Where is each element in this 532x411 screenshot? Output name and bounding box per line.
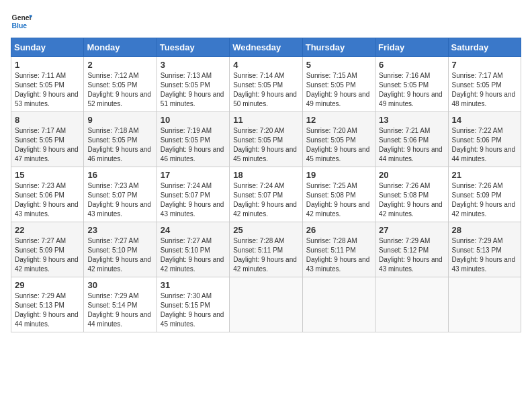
calendar-cell: 10Sunrise: 7:19 AM Sunset: 5:05 PM Dayli…	[157, 112, 229, 167]
day-info: Sunrise: 7:27 AM Sunset: 5:09 PM Dayligh…	[15, 236, 80, 274]
page-header: General Blue	[11, 11, 521, 32]
day-number: 14	[452, 115, 517, 125]
day-info: Sunrise: 7:29 AM Sunset: 5:12 PM Dayligh…	[379, 236, 444, 274]
calendar-cell: 19Sunrise: 7:25 AM Sunset: 5:08 PM Dayli…	[302, 167, 375, 222]
day-info: Sunrise: 7:28 AM Sunset: 5:11 PM Dayligh…	[306, 236, 371, 274]
day-info: Sunrise: 7:11 AM Sunset: 5:05 PM Dayligh…	[15, 71, 80, 109]
calendar-week-row: 29Sunrise: 7:29 AM Sunset: 5:13 PM Dayli…	[11, 277, 521, 332]
calendar-cell: 7Sunrise: 7:17 AM Sunset: 5:05 PM Daylig…	[448, 57, 521, 112]
day-info: Sunrise: 7:24 AM Sunset: 5:07 PM Dayligh…	[233, 181, 298, 219]
day-info: Sunrise: 7:24 AM Sunset: 5:07 PM Dayligh…	[161, 181, 226, 219]
day-number: 5	[306, 60, 371, 70]
svg-text:Blue: Blue	[12, 22, 28, 30]
calendar-cell	[448, 277, 521, 332]
calendar-cell: 24Sunrise: 7:27 AM Sunset: 5:10 PM Dayli…	[157, 222, 229, 277]
calendar-week-row: 22Sunrise: 7:27 AM Sunset: 5:09 PM Dayli…	[11, 222, 521, 277]
day-number: 29	[15, 280, 80, 290]
day-info: Sunrise: 7:21 AM Sunset: 5:06 PM Dayligh…	[379, 126, 444, 164]
day-number: 20	[379, 170, 444, 180]
day-info: Sunrise: 7:29 AM Sunset: 5:13 PM Dayligh…	[15, 291, 80, 329]
calendar-week-row: 15Sunrise: 7:23 AM Sunset: 5:06 PM Dayli…	[11, 167, 521, 222]
calendar-cell: 22Sunrise: 7:27 AM Sunset: 5:09 PM Dayli…	[11, 222, 84, 277]
calendar-cell	[230, 277, 302, 332]
day-number: 12	[306, 115, 371, 125]
day-number: 30	[87, 280, 152, 290]
calendar-cell: 27Sunrise: 7:29 AM Sunset: 5:12 PM Dayli…	[375, 222, 448, 277]
calendar-cell: 9Sunrise: 7:18 AM Sunset: 5:05 PM Daylig…	[84, 112, 157, 167]
calendar-cell: 31Sunrise: 7:30 AM Sunset: 5:15 PM Dayli…	[157, 277, 229, 332]
day-info: Sunrise: 7:22 AM Sunset: 5:06 PM Dayligh…	[452, 126, 517, 164]
calendar-cell: 13Sunrise: 7:21 AM Sunset: 5:06 PM Dayli…	[375, 112, 448, 167]
day-number: 17	[161, 170, 226, 180]
day-number: 7	[452, 60, 517, 70]
day-number: 31	[161, 280, 226, 290]
calendar-cell: 18Sunrise: 7:24 AM Sunset: 5:07 PM Dayli…	[230, 167, 302, 222]
day-number: 26	[306, 225, 371, 235]
calendar-cell: 3Sunrise: 7:13 AM Sunset: 5:05 PM Daylig…	[157, 57, 229, 112]
day-number: 9	[87, 115, 152, 125]
day-number: 19	[306, 170, 371, 180]
day-number: 27	[379, 225, 444, 235]
day-header-tuesday: Tuesday	[157, 38, 229, 57]
day-number: 25	[233, 225, 298, 235]
day-info: Sunrise: 7:29 AM Sunset: 5:13 PM Dayligh…	[452, 236, 517, 274]
day-number: 1	[15, 60, 80, 70]
day-info: Sunrise: 7:26 AM Sunset: 5:08 PM Dayligh…	[379, 181, 444, 219]
calendar-cell: 20Sunrise: 7:26 AM Sunset: 5:08 PM Dayli…	[375, 167, 448, 222]
calendar-week-row: 1Sunrise: 7:11 AM Sunset: 5:05 PM Daylig…	[11, 57, 521, 112]
day-number: 3	[161, 60, 226, 70]
day-info: Sunrise: 7:23 AM Sunset: 5:06 PM Dayligh…	[15, 181, 80, 219]
day-number: 18	[233, 170, 298, 180]
svg-text:General: General	[12, 14, 32, 21]
day-header-monday: Monday	[84, 38, 157, 57]
day-info: Sunrise: 7:27 AM Sunset: 5:10 PM Dayligh…	[161, 236, 226, 274]
day-info: Sunrise: 7:26 AM Sunset: 5:09 PM Dayligh…	[452, 181, 517, 219]
day-number: 22	[15, 225, 80, 235]
day-info: Sunrise: 7:16 AM Sunset: 5:05 PM Dayligh…	[379, 71, 444, 109]
day-header-sunday: Sunday	[11, 38, 84, 57]
day-header-saturday: Saturday	[448, 38, 521, 57]
day-number: 23	[87, 225, 152, 235]
day-header-wednesday: Wednesday	[230, 38, 302, 57]
calendar-cell: 17Sunrise: 7:24 AM Sunset: 5:07 PM Dayli…	[157, 167, 229, 222]
day-info: Sunrise: 7:20 AM Sunset: 5:05 PM Dayligh…	[306, 126, 371, 164]
calendar-cell: 4Sunrise: 7:14 AM Sunset: 5:05 PM Daylig…	[230, 57, 302, 112]
day-info: Sunrise: 7:12 AM Sunset: 5:05 PM Dayligh…	[87, 71, 152, 109]
calendar-cell: 16Sunrise: 7:23 AM Sunset: 5:07 PM Dayli…	[84, 167, 157, 222]
day-info: Sunrise: 7:13 AM Sunset: 5:05 PM Dayligh…	[161, 71, 226, 109]
day-number: 13	[379, 115, 444, 125]
calendar-cell: 26Sunrise: 7:28 AM Sunset: 5:11 PM Dayli…	[302, 222, 375, 277]
calendar-cell: 5Sunrise: 7:15 AM Sunset: 5:05 PM Daylig…	[302, 57, 375, 112]
day-info: Sunrise: 7:14 AM Sunset: 5:05 PM Dayligh…	[233, 71, 298, 109]
calendar-cell: 15Sunrise: 7:23 AM Sunset: 5:06 PM Dayli…	[11, 167, 84, 222]
day-info: Sunrise: 7:15 AM Sunset: 5:05 PM Dayligh…	[306, 71, 371, 109]
day-info: Sunrise: 7:17 AM Sunset: 5:05 PM Dayligh…	[15, 126, 80, 164]
day-info: Sunrise: 7:18 AM Sunset: 5:05 PM Dayligh…	[87, 126, 152, 164]
calendar-cell: 28Sunrise: 7:29 AM Sunset: 5:13 PM Dayli…	[448, 222, 521, 277]
calendar-cell	[302, 277, 375, 332]
day-number: 6	[379, 60, 444, 70]
day-info: Sunrise: 7:17 AM Sunset: 5:05 PM Dayligh…	[452, 71, 517, 109]
day-number: 21	[452, 170, 517, 180]
calendar-cell: 23Sunrise: 7:27 AM Sunset: 5:10 PM Dayli…	[84, 222, 157, 277]
day-number: 24	[161, 225, 226, 235]
day-info: Sunrise: 7:20 AM Sunset: 5:05 PM Dayligh…	[233, 126, 298, 164]
calendar-cell: 21Sunrise: 7:26 AM Sunset: 5:09 PM Dayli…	[448, 167, 521, 222]
calendar-cell: 29Sunrise: 7:29 AM Sunset: 5:13 PM Dayli…	[11, 277, 84, 332]
day-info: Sunrise: 7:30 AM Sunset: 5:15 PM Dayligh…	[161, 291, 226, 329]
day-number: 2	[87, 60, 152, 70]
day-info: Sunrise: 7:29 AM Sunset: 5:14 PM Dayligh…	[87, 291, 152, 329]
calendar-cell: 6Sunrise: 7:16 AM Sunset: 5:05 PM Daylig…	[375, 57, 448, 112]
calendar-cell: 1Sunrise: 7:11 AM Sunset: 5:05 PM Daylig…	[11, 57, 84, 112]
logo-icon: General Blue	[11, 11, 32, 32]
logo: General Blue	[11, 11, 32, 32]
day-info: Sunrise: 7:25 AM Sunset: 5:08 PM Dayligh…	[306, 181, 371, 219]
calendar-cell: 12Sunrise: 7:20 AM Sunset: 5:05 PM Dayli…	[302, 112, 375, 167]
calendar-cell: 30Sunrise: 7:29 AM Sunset: 5:14 PM Dayli…	[84, 277, 157, 332]
day-number: 4	[233, 60, 298, 70]
day-header-friday: Friday	[375, 38, 448, 57]
day-header-thursday: Thursday	[302, 38, 375, 57]
day-info: Sunrise: 7:28 AM Sunset: 5:11 PM Dayligh…	[233, 236, 298, 274]
calendar-table: SundayMondayTuesdayWednesdayThursdayFrid…	[11, 38, 521, 332]
day-number: 16	[87, 170, 152, 180]
